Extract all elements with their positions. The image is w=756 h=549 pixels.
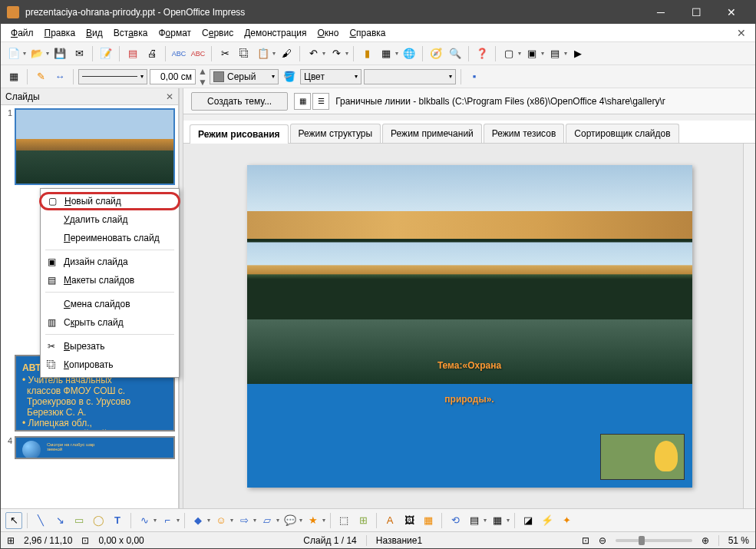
email-icon[interactable]: ✉ bbox=[71, 45, 87, 62]
slide-canvas[interactable]: Тема:«Охранаприроды». bbox=[247, 165, 692, 488]
zoom-slider[interactable] bbox=[616, 539, 692, 542]
interaction-icon[interactable]: ⚡ bbox=[539, 512, 556, 529]
block-arrows-icon[interactable]: ⇨ bbox=[236, 512, 253, 529]
undo-icon[interactable]: ↶ bbox=[305, 45, 322, 62]
new-icon[interactable]: 📄 bbox=[5, 45, 22, 62]
flowchart-icon[interactable]: ▱ bbox=[259, 512, 276, 529]
slide-thumb[interactable]: 4 Смотри на глобус шарземной bbox=[4, 436, 175, 459]
menu-view[interactable]: Вид bbox=[81, 25, 108, 41]
slide-thumb[interactable]: 1 bbox=[4, 108, 175, 185]
arrow-icon[interactable]: ↘ bbox=[51, 512, 68, 529]
gallery-view-list-icon[interactable]: ☰ bbox=[312, 93, 329, 110]
slide-preview[interactable] bbox=[15, 108, 175, 185]
line-icon[interactable]: ╲ bbox=[32, 512, 49, 529]
stars-icon[interactable]: ★ bbox=[305, 512, 322, 529]
line-color-select[interactable]: Серый▾ bbox=[210, 69, 279, 84]
gallery-view-icons-icon[interactable]: ▦ bbox=[294, 93, 311, 110]
dropdown-icon[interactable]: ▾ bbox=[518, 50, 521, 57]
ctx-delete-slide[interactable]: Удалить слайд bbox=[41, 210, 179, 229]
zoom-in-icon[interactable]: ⊕ bbox=[702, 535, 709, 546]
tab-notes[interactable]: Режим примечаний bbox=[382, 124, 482, 143]
text-icon[interactable]: T bbox=[109, 512, 126, 529]
copy-icon[interactable]: ⿻ bbox=[236, 45, 253, 62]
symbol-shapes-icon[interactable]: ☺ bbox=[213, 512, 229, 529]
chart-icon[interactable]: ▮ bbox=[358, 45, 375, 62]
tab-drawing[interactable]: Режим рисования bbox=[190, 124, 289, 144]
spellcheck-icon[interactable]: ABC bbox=[170, 45, 187, 62]
document-close-button[interactable]: ✕ bbox=[732, 27, 751, 39]
close-panel-icon[interactable]: ✕ bbox=[166, 91, 173, 102]
ctx-copy[interactable]: ⿻Копировать bbox=[41, 356, 179, 374]
align-icon[interactable]: ▤ bbox=[466, 512, 483, 529]
dropdown-icon[interactable]: ▾ bbox=[564, 50, 567, 57]
edit-icon[interactable]: 📝 bbox=[97, 45, 114, 62]
menu-file[interactable]: Файл bbox=[5, 25, 39, 41]
maximize-button[interactable]: ☐ bbox=[678, 1, 714, 24]
pdf-icon[interactable]: ▤ bbox=[124, 45, 141, 62]
slideshow-icon[interactable]: ▶ bbox=[569, 45, 586, 62]
spin-up[interactable]: ▲ bbox=[198, 66, 207, 77]
scrollbar-vertical[interactable] bbox=[743, 144, 755, 508]
format-paint-icon[interactable]: 🖌 bbox=[278, 45, 295, 62]
slide-design-icon[interactable]: ▣ bbox=[523, 45, 540, 62]
dropdown-icon[interactable]: ▾ bbox=[322, 50, 325, 57]
dropdown-icon[interactable]: ▾ bbox=[541, 50, 544, 57]
ctx-cut[interactable]: ✂Вырезать bbox=[41, 337, 179, 356]
slide-preview[interactable]: Смотри на глобус шарземной bbox=[15, 436, 175, 459]
ctx-hide-slide[interactable]: ▥Скрыть слайд bbox=[41, 313, 179, 332]
hyperlink-icon[interactable]: 🌐 bbox=[401, 45, 418, 62]
fill-icon[interactable]: 🪣 bbox=[281, 68, 298, 85]
paste-icon[interactable]: 📋 bbox=[255, 45, 272, 62]
help-icon[interactable]: ❓ bbox=[474, 45, 490, 62]
slide-layout-icon[interactable]: ▤ bbox=[546, 45, 563, 62]
line-width-input[interactable] bbox=[150, 69, 196, 84]
points-icon[interactable]: ⬚ bbox=[335, 512, 352, 529]
ctx-rename-slide[interactable]: Переименовать слайд bbox=[41, 229, 179, 247]
dropdown-icon[interactable]: ▾ bbox=[23, 50, 26, 57]
connector-icon[interactable]: ⌐ bbox=[159, 512, 176, 529]
menu-slideshow[interactable]: Демонстрация bbox=[239, 25, 312, 41]
line-style-select[interactable]: ▾ bbox=[78, 69, 147, 84]
fill-color-select[interactable]: ▾ bbox=[364, 69, 456, 84]
menu-window[interactable]: Окно bbox=[312, 25, 345, 41]
from-file-icon[interactable]: 🖼 bbox=[401, 512, 418, 529]
navigator-icon[interactable]: 🧭 bbox=[428, 45, 444, 62]
dropdown-icon[interactable]: ▾ bbox=[46, 50, 49, 57]
fontwork-icon[interactable]: A bbox=[381, 512, 398, 529]
extrusion-icon[interactable]: ◪ bbox=[520, 512, 536, 529]
menu-help[interactable]: Справка bbox=[344, 25, 391, 41]
arrow-style-icon[interactable]: ↔ bbox=[51, 68, 68, 85]
select-icon[interactable]: ↖ bbox=[5, 512, 22, 529]
callouts-icon[interactable]: 💬 bbox=[282, 512, 299, 529]
save-icon[interactable]: 💾 bbox=[51, 45, 68, 62]
menu-tools[interactable]: Сервис bbox=[196, 25, 239, 41]
tab-sorter[interactable]: Сортировщик слайдов bbox=[566, 124, 678, 143]
ctx-slide-layouts[interactable]: ▤Макеты слайдов bbox=[41, 271, 179, 289]
shadow-icon[interactable]: ▪ bbox=[466, 68, 483, 85]
close-button[interactable]: ✕ bbox=[714, 1, 749, 24]
slide-insert-icon[interactable]: ▢ bbox=[500, 45, 517, 62]
ctx-new-slide[interactable]: ▢Новый слайд bbox=[39, 192, 180, 210]
animation-icon[interactable]: ✦ bbox=[558, 512, 575, 529]
redo-icon[interactable]: ↷ bbox=[328, 45, 345, 62]
curve-icon[interactable]: ∿ bbox=[136, 512, 153, 529]
minimize-button[interactable]: ─ bbox=[643, 1, 678, 24]
zoom-fit-icon[interactable]: ⊡ bbox=[582, 535, 589, 546]
fill-type-select[interactable]: Цвет▾ bbox=[300, 69, 361, 84]
cut-icon[interactable]: ✂ bbox=[216, 45, 233, 62]
basic-shapes-icon[interactable]: ◆ bbox=[190, 512, 206, 529]
menu-insert[interactable]: Вставка bbox=[108, 25, 154, 41]
dropdown-icon[interactable]: ▾ bbox=[395, 50, 398, 57]
arrange-icon[interactable]: ▦ bbox=[489, 512, 506, 529]
glue-icon[interactable]: ⊞ bbox=[355, 512, 371, 529]
ctx-slide-design[interactable]: ▣Дизайн слайда bbox=[41, 253, 179, 271]
create-theme-button[interactable]: Создать тему... bbox=[191, 92, 288, 111]
menu-format[interactable]: Формат bbox=[153, 25, 196, 41]
tab-handout[interactable]: Режим тезисов bbox=[484, 124, 565, 143]
print-icon[interactable]: 🖨 bbox=[144, 45, 160, 62]
gallery-icon[interactable]: ▦ bbox=[420, 512, 437, 529]
dropdown-icon[interactable]: ▾ bbox=[272, 50, 276, 57]
tab-outline[interactable]: Режим структуры bbox=[290, 124, 381, 143]
table-icon[interactable]: ▦ bbox=[378, 45, 395, 62]
arrange-icon[interactable]: ▦ bbox=[5, 68, 22, 85]
